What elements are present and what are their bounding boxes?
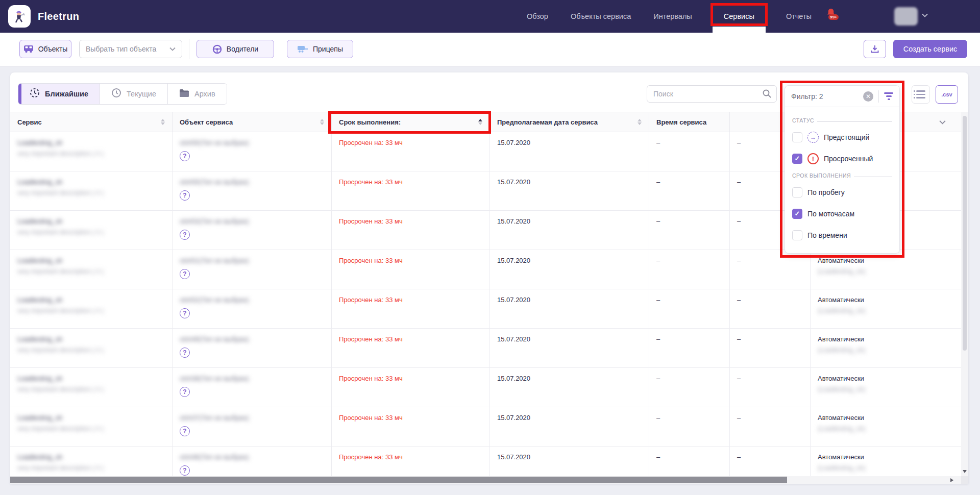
filter-section-label: СРОК ВЫПОЛНЕНИЯ bbox=[792, 172, 851, 179]
export-download-button[interactable] bbox=[864, 40, 886, 58]
table-row[interactable]: Loadtesting_shvery important description… bbox=[10, 289, 961, 329]
column-header-expected-date[interactable]: Предполагаемая дата сервиса bbox=[490, 112, 649, 132]
sort-arrows-icon[interactable] bbox=[478, 119, 482, 125]
table-cell: Loadtesting_shvery important description… bbox=[10, 289, 173, 328]
service-description: very important description ( # ) bbox=[17, 307, 166, 314]
nav-item-label: Интервалы bbox=[653, 12, 692, 20]
table-row[interactable]: Loadtesting_shvery important description… bbox=[10, 447, 961, 476]
trailers-button[interactable]: Прицепы bbox=[287, 40, 353, 58]
object-type-select[interactable]: Выбрать тип объекта bbox=[79, 40, 182, 58]
filter-option-by-time[interactable]: По времени bbox=[792, 228, 892, 243]
table-row[interactable]: Loadtesting_shvery important description… bbox=[10, 407, 961, 447]
user-avatar[interactable] bbox=[894, 7, 918, 26]
filter-option-by-mileage[interactable]: По пробегу bbox=[792, 185, 892, 200]
table-cell: Автоматически(Loadtesting_sh) bbox=[811, 407, 961, 446]
service-object-name: olsh49(Тип не выбран) bbox=[180, 335, 325, 343]
due-status: Просрочен на: 33 мч bbox=[339, 296, 483, 304]
sort-arrows-icon[interactable] bbox=[320, 119, 324, 125]
table-cell: olsh37(Тип не выбран)? bbox=[173, 407, 332, 446]
table-cell: Loadtesting_shvery important description… bbox=[10, 447, 173, 476]
help-icon[interactable]: ? bbox=[180, 348, 190, 358]
table-cell: – bbox=[649, 447, 730, 476]
filter-funnel-icon[interactable] bbox=[884, 92, 893, 100]
help-icon[interactable]: ? bbox=[180, 190, 190, 201]
help-icon[interactable]: ? bbox=[180, 230, 190, 240]
vehicle-icon bbox=[23, 45, 34, 53]
checkbox-by-mileage[interactable] bbox=[792, 187, 802, 197]
table-cell: Автоматически(Loadtesting_sh) bbox=[811, 289, 961, 328]
expected-date: 15.07.2020 bbox=[497, 217, 643, 225]
sort-arrows-icon[interactable] bbox=[161, 119, 165, 125]
scroll-right-arrow[interactable] bbox=[950, 478, 953, 482]
table-cell: Просрочен на: 33 мч bbox=[332, 132, 490, 171]
due-status: Просрочен на: 33 мч bbox=[339, 414, 483, 422]
filter-clear-icon[interactable]: ✕ bbox=[863, 91, 873, 102]
help-icon[interactable]: ? bbox=[180, 269, 190, 279]
help-icon[interactable]: ? bbox=[180, 426, 190, 436]
checkbox-overdue[interactable] bbox=[792, 154, 802, 164]
app-logo[interactable] bbox=[8, 5, 31, 28]
help-icon[interactable]: ? bbox=[180, 308, 190, 318]
list-icon bbox=[916, 90, 925, 98]
tab-upcoming[interactable]: Ближайшие bbox=[18, 84, 100, 104]
app-title: Fleetrun bbox=[38, 0, 79, 33]
table-row[interactable]: Loadtesting_shvery important description… bbox=[10, 250, 961, 289]
select-chevron-icon bbox=[169, 47, 176, 51]
created-by: (Loadtesting_sh) bbox=[818, 307, 955, 314]
scrollbar-corner bbox=[961, 476, 968, 484]
tab-current[interactable]: Текущие bbox=[100, 84, 168, 104]
service-time-to: – bbox=[737, 375, 804, 382]
sort-asc-icon bbox=[320, 119, 324, 121]
checkbox-by-time[interactable] bbox=[792, 230, 802, 240]
column-settings-chevron-icon[interactable] bbox=[939, 118, 954, 126]
filter-option-overdue[interactable]: !Просроченный bbox=[792, 151, 892, 166]
nav-item-intervals[interactable]: Интервалы bbox=[653, 0, 692, 33]
table-cell: Loadtesting_shvery important description… bbox=[10, 211, 173, 250]
drivers-button[interactable]: Водители bbox=[197, 40, 274, 58]
column-header-due-term[interactable]: Срок выполнения: bbox=[332, 112, 490, 132]
due-status: Просрочен на: 33 мч bbox=[339, 257, 483, 264]
nav-item-label: Объекты сервиса bbox=[571, 12, 631, 20]
expected-date: 15.07.2020 bbox=[497, 375, 643, 382]
column-list-button[interactable] bbox=[912, 85, 930, 104]
service-name: Loadtesting_sh bbox=[17, 296, 166, 304]
help-icon[interactable]: ? bbox=[180, 387, 190, 397]
notifications-button[interactable]: 99+ bbox=[825, 7, 843, 26]
table-row[interactable]: Loadtesting_shvery important description… bbox=[10, 329, 961, 368]
create-service-button[interactable]: Создать сервис bbox=[893, 40, 967, 58]
nav-item-service-objects[interactable]: Объекты сервиса bbox=[571, 0, 631, 33]
service-name: Loadtesting_sh bbox=[17, 257, 166, 264]
column-header-service-object[interactable]: Объект сервиса bbox=[173, 112, 332, 132]
service-name: Loadtesting_sh bbox=[17, 178, 166, 186]
search-input[interactable] bbox=[647, 85, 777, 103]
filter-option-by-engine-hours[interactable]: По моточасам bbox=[792, 206, 892, 221]
service-description: very important description ( # ) bbox=[17, 229, 166, 236]
service-object-name: olsh37(Тип не выбран) bbox=[180, 414, 325, 422]
nav-item-reports[interactable]: Отчеты bbox=[786, 0, 812, 33]
checkbox-upcoming[interactable] bbox=[792, 132, 802, 142]
filter-panel: Фильтр: 2 ✕ СТАТУС→Предстоящий!Просрочен… bbox=[785, 85, 900, 254]
export-csv-button[interactable]: .csv bbox=[936, 85, 958, 104]
horizontal-scrollbar-thumb[interactable] bbox=[10, 477, 787, 483]
scroll-down-arrow[interactable] bbox=[963, 470, 967, 473]
table-row[interactable]: Loadtesting_shvery important description… bbox=[10, 368, 961, 407]
column-header-service[interactable]: Сервис bbox=[10, 112, 173, 132]
table-cell: 15.07.2020 bbox=[490, 407, 649, 446]
service-time-from: – bbox=[656, 178, 723, 186]
sort-arrows-icon[interactable] bbox=[638, 119, 642, 125]
help-icon[interactable]: ? bbox=[180, 465, 190, 476]
upcoming-status-icon: → bbox=[807, 132, 819, 143]
help-icon[interactable]: ? bbox=[180, 151, 190, 161]
user-menu-chevron-icon[interactable] bbox=[922, 13, 928, 17]
vertical-scrollbar-thumb[interactable] bbox=[963, 116, 967, 351]
table-cell: – bbox=[649, 211, 730, 250]
objects-button[interactable]: Объекты bbox=[19, 40, 71, 58]
created-by: (Loadtesting_sh) bbox=[818, 268, 955, 275]
tab-archive[interactable]: Архив bbox=[168, 84, 227, 104]
checkbox-by-engine-hours[interactable] bbox=[792, 209, 802, 219]
created-mode: Автоматически bbox=[818, 335, 955, 343]
filter-option-upcoming[interactable]: →Предстоящий bbox=[792, 130, 892, 145]
folder-icon bbox=[179, 89, 189, 100]
nav-item-overview[interactable]: Обзор bbox=[527, 0, 548, 33]
nav-item-services[interactable]: Сервисы bbox=[715, 0, 764, 33]
